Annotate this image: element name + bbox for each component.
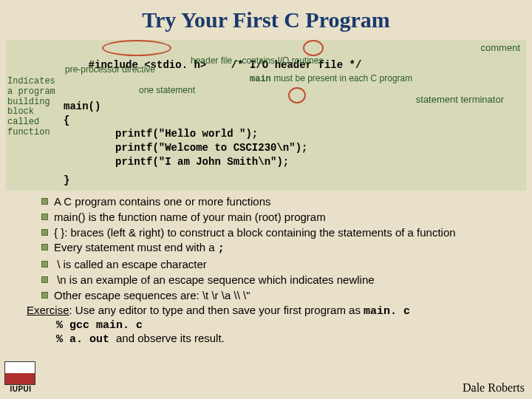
- exercise-label: Exercise: [27, 304, 69, 316]
- circle-annotation-include: [102, 40, 171, 56]
- code-line-printf-1: printf("Hello world ");: [12, 127, 520, 141]
- iupui-logo-icon: [4, 361, 35, 385]
- list-item: \n is an example of an escape sequence w…: [41, 273, 517, 287]
- list-item: \ is called an escape character: [41, 258, 517, 272]
- annotation-function-block: Indicates a program building block calle…: [7, 77, 59, 138]
- annotation-preprocessor: pre-processor directive: [65, 64, 155, 75]
- list-item: Other escape sequences are: \t \r \a \\ …: [41, 289, 517, 303]
- circle-annotation-comment-end: [303, 40, 324, 56]
- iupui-text: IUPUI: [4, 385, 37, 393]
- exercise-filename: main. c: [364, 305, 410, 318]
- code-line-close-brace: }: [12, 174, 520, 188]
- annotation-statement-terminator: statement terminator: [416, 93, 504, 106]
- observe-text: and observe its result.: [116, 332, 225, 344]
- exercise-text: : Use any editor to type and then save y…: [69, 304, 364, 316]
- bullet-list: A C program contains one or more functio…: [41, 195, 517, 302]
- annotation-comment: comment: [481, 41, 520, 55]
- command-lines: % gcc main. c % a. out and observe its r…: [56, 319, 532, 346]
- list-item: main() is the function name of your main…: [41, 211, 517, 225]
- code-line-printf-3: printf("I am John Smith\n");: [12, 155, 520, 169]
- iupui-badge: IUPUI: [4, 361, 37, 393]
- list-item: Every statement must end with a ;: [41, 241, 517, 256]
- annotation-header-file: header file – contains I/O routines: [191, 55, 323, 66]
- code-line-printf-2: printf("Welcome to CSCI230\n");: [12, 141, 520, 155]
- circle-annotation-semicolon: [288, 87, 306, 103]
- author-name: Dale Roberts: [463, 381, 525, 395]
- exercise-line: Exercise: Use any editor to type and the…: [27, 304, 517, 318]
- bullet-text: Every statement must end with a: [54, 241, 218, 253]
- cmd-gcc: % gcc main. c: [56, 319, 532, 332]
- list-item: { }: braces (left & right) to construct …: [41, 226, 517, 240]
- main-note-rest: must be present in each C program: [271, 73, 412, 83]
- cmd-aout-text: % a. out: [56, 333, 109, 346]
- cmd-aout: % a. out and observe its result.: [56, 332, 532, 346]
- code-example-box: #include <stdio. h> /* I/O header file *…: [6, 40, 526, 191]
- list-item: A C program contains one or more functio…: [41, 195, 517, 209]
- main-keyword: main: [250, 74, 271, 84]
- slide-title: Try Your First C Program: [0, 0, 532, 37]
- annotation-main-required: main must be present in each C program: [250, 72, 412, 85]
- semicolon-char: ;: [218, 242, 225, 255]
- code-line-open-brace: {: [12, 114, 520, 128]
- annotation-one-statement: one statement: [139, 84, 195, 96]
